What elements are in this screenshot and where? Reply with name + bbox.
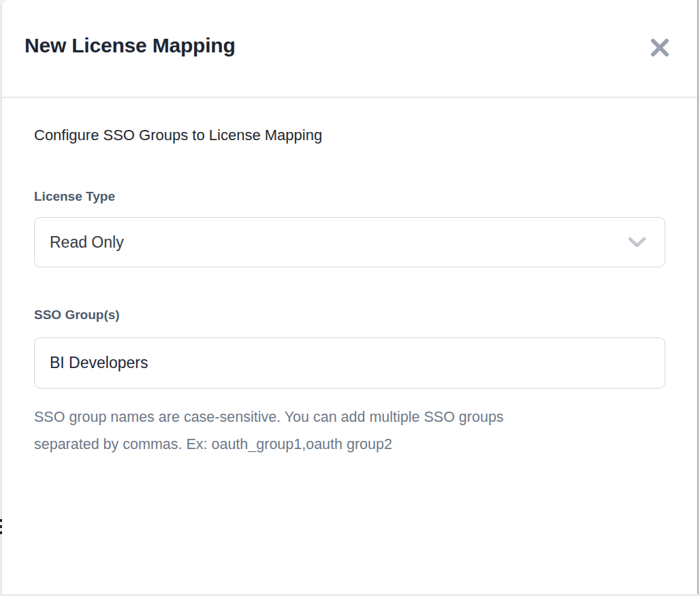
license-type-label: License Type <box>34 188 665 205</box>
chevron-down-icon <box>628 237 646 248</box>
license-type-select[interactable]: Read Only <box>34 217 665 267</box>
close-button[interactable] <box>648 36 671 59</box>
close-x-icon <box>650 37 670 58</box>
sso-groups-label: SSO Group(s) <box>34 307 665 323</box>
dialog-header: New License Mapping <box>2 0 697 98</box>
dialog-title: New License Mapping <box>25 34 236 57</box>
dialog-body: Configure SSO Groups to License Mapping … <box>2 98 697 458</box>
dialog-description: Configure SSO Groups to License Mapping <box>34 126 665 145</box>
license-type-selected-value: Read Only <box>35 233 124 252</box>
sso-groups-input[interactable] <box>34 337 665 388</box>
sso-groups-helper-text: SSO group names are case-sensitive. You … <box>34 403 665 458</box>
new-license-mapping-dialog: New License Mapping Configure SSO Groups… <box>2 0 697 594</box>
helper-text-line: SSO group names are case-sensitive. You … <box>34 403 665 431</box>
screen: New License Mapping Configure SSO Groups… <box>0 0 700 596</box>
window-right-edge <box>697 0 699 596</box>
helper-text-line: separated by commas. Ex: oauth_group1,oa… <box>34 431 665 458</box>
